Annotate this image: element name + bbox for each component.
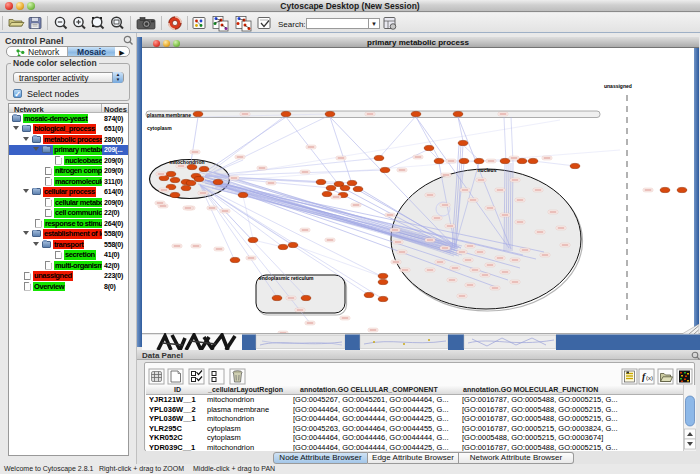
svg-text:plasma membrane: plasma membrane <box>147 112 191 118</box>
svg-text:endoplasmic reticulum: endoplasmic reticulum <box>259 275 314 281</box>
svg-text:unassigned: unassigned <box>604 83 632 89</box>
svg-text:mitochondrion: mitochondrion <box>170 159 205 165</box>
svg-text:nucleus: nucleus <box>478 167 497 173</box>
svg-text:(x): (x) <box>646 375 653 381</box>
svg-text:cytoplasm: cytoplasm <box>147 125 172 131</box>
